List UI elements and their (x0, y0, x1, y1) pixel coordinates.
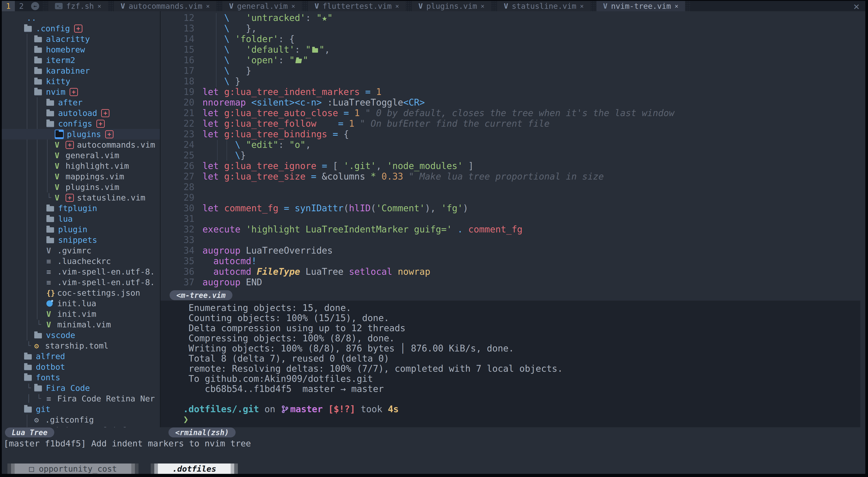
tree-item-label: general.vim (66, 151, 119, 160)
tree-item[interactable]: │└≡Fira Code Retina Ner (2, 393, 160, 404)
close-icon[interactable]: ✕ (854, 1, 860, 12)
line-number: 22 (161, 118, 194, 129)
tab-close-icon[interactable]: × (206, 2, 210, 10)
editor-tab[interactable]: Vplugins.vim× (412, 1, 491, 11)
tree-item[interactable]: nvim+ (2, 87, 160, 97)
tree-item[interactable]: homebrew (2, 44, 160, 55)
code-editor[interactable]: 12 \ 'untracked': "★"13 \ },14 \ 'folder… (161, 11, 865, 301)
code-line: 15 \ 'default': "", (161, 44, 865, 55)
tree-item[interactable]: ≡.vim-spell-en.utf-8. (2, 266, 160, 277)
tab-close-icon[interactable]: × (480, 2, 485, 10)
tree-item[interactable]: V.gvimrc (2, 245, 160, 256)
tree-item[interactable]: ≡.vim-spell-en.utf-8. (2, 277, 160, 287)
tree-item[interactable]: iterm2 (2, 55, 160, 66)
terminal-line: Compressing objects: 100% (8/8), done. (183, 333, 860, 343)
line-number: 27 (161, 171, 194, 182)
tree-item[interactable]: git (2, 404, 160, 414)
tree-item[interactable]: Vplugins.vim (2, 182, 160, 192)
tree-branch-glyph: └ (47, 192, 51, 203)
code-text: let g:lua_tree_ignore = [ '.git', 'node_… (194, 161, 474, 171)
prompt-cursor[interactable]: ❯ (183, 414, 860, 424)
folder-icon (46, 206, 54, 211)
line-number: 28 (161, 182, 194, 192)
tree-item[interactable]: kitty (2, 76, 160, 87)
tree-item[interactable]: Vinit.vim (2, 309, 160, 319)
tree-item[interactable]: Vgeneral.vim (2, 150, 160, 161)
tree-item[interactable]: ⚙.gitconfig (2, 414, 160, 425)
editor-tab[interactable]: >_fzf.sh× (48, 1, 108, 11)
editor-tab[interactable]: Vautocommands.vim× (114, 1, 217, 11)
folder-icon (34, 58, 42, 63)
terminal-pane[interactable]: Enumerating objects: 15, done. Counting … (161, 301, 860, 427)
tree-item[interactable]: fonts (2, 372, 160, 383)
tree-item[interactable]: └⚙starship.toml (2, 340, 160, 351)
tree-item[interactable]: karabiner (2, 66, 160, 76)
editor-tab[interactable]: Vnvim-tree.vim× (596, 1, 685, 11)
tree-item-label: plugins.vim (66, 182, 119, 192)
folder-icon (46, 238, 54, 243)
main-area: ...config+alacrittyhomebrewiterm2karabin… (2, 11, 865, 427)
tree-item[interactable]: alacritty (2, 34, 160, 44)
code-text (194, 182, 203, 192)
workspace-button[interactable]: 1 (2, 1, 15, 11)
tree-item-label: vscode (46, 331, 75, 340)
line-number: 35 (161, 256, 194, 266)
code-line: 23let g:lua_tree_bindings = { (161, 129, 865, 139)
tree-item[interactable]: after (2, 97, 160, 108)
tab-close-icon[interactable]: × (580, 2, 584, 10)
tree-item[interactable]: ≡.luacheckrc (2, 256, 160, 266)
workspace-button[interactable]: 2 (15, 1, 28, 11)
editor-tab[interactable]: Vgeneral.vim× (222, 1, 302, 11)
git-new-badge: + (74, 25, 83, 33)
tree-item[interactable]: Vhighlight.vim (2, 161, 160, 171)
tmux-window[interactable]: .dotfiles (151, 464, 238, 474)
tree-item[interactable]: dotbot (2, 362, 160, 372)
tree-item[interactable]: └Vminimal.vim (2, 319, 160, 330)
tree-item[interactable]: alfred (2, 351, 160, 362)
terminal-line: To github.com:Akin909/dotfiles.git (183, 374, 860, 384)
editor-tab[interactable]: Vstatusline.vim× (497, 1, 591, 11)
tree-item-label: autocommands.vim (77, 140, 155, 149)
tree-item[interactable]: .. (2, 12, 160, 23)
tree-item[interactable]: └V+statusline.vim (2, 192, 160, 203)
segment-edge (131, 464, 135, 474)
tree-item[interactable]: snippets (2, 235, 160, 245)
tree-item[interactable]: autoload+ (2, 108, 160, 118)
tree-item[interactable]: .config+ (2, 23, 160, 34)
tree-item[interactable]: lua (2, 213, 160, 224)
tab-close-icon[interactable]: × (395, 2, 399, 10)
tab-close-icon[interactable]: × (675, 2, 678, 10)
line-number: 20 (161, 97, 194, 108)
tmux-status-bar: □ opportunity_cost.dotfiles (2, 464, 865, 474)
tree-item[interactable]: plugins+ (2, 129, 160, 139)
terminal-line: cb68b54..f1bd4f5 master → master (183, 384, 860, 394)
vim-icon: V (46, 246, 53, 255)
line-number: 14 (161, 34, 194, 44)
back-arrow-icon[interactable]: ← (31, 2, 39, 10)
tree-rows: ...config+alacrittyhomebrewiterm2karabin… (2, 11, 160, 427)
folder-icon (24, 365, 32, 370)
tree-item-label: plugin (58, 225, 87, 234)
tab-close-icon[interactable]: × (291, 2, 295, 10)
tree-item[interactable]: vscode (2, 330, 160, 340)
code-line: 26let g:lua_tree_ignore = [ '.git', 'nod… (161, 161, 865, 171)
tree-item[interactable]: configs+ (2, 118, 160, 129)
tree-item-label: .luacheckrc (57, 257, 111, 266)
tree-item[interactable]: ≡.gitignore_global (2, 425, 160, 427)
tree-item[interactable]: plugin (2, 224, 160, 235)
tree-item-label: init.vim (57, 309, 96, 318)
tab-close-icon[interactable]: × (97, 2, 101, 10)
tree-item[interactable]: {}coc-settings.json (2, 287, 160, 298)
tree-item[interactable]: init.lua (2, 298, 160, 309)
code-text: \ 'untracked': "★" (194, 12, 333, 23)
line-number: 21 (161, 108, 194, 118)
vim-icon: V (55, 140, 61, 149)
tmux-window[interactable]: □ opportunity_cost (7, 464, 138, 474)
tree-item[interactable]: V+autocommands.vim (2, 139, 160, 150)
tree-item[interactable]: Vmappings.vim (2, 171, 160, 182)
editor-tab[interactable]: Vfluttertest.vim× (308, 1, 406, 11)
folder-icon (46, 227, 54, 233)
segment-edge (230, 464, 234, 474)
tree-item[interactable]: └Fira Code (2, 383, 160, 393)
tree-item[interactable]: ftplugin (2, 203, 160, 213)
